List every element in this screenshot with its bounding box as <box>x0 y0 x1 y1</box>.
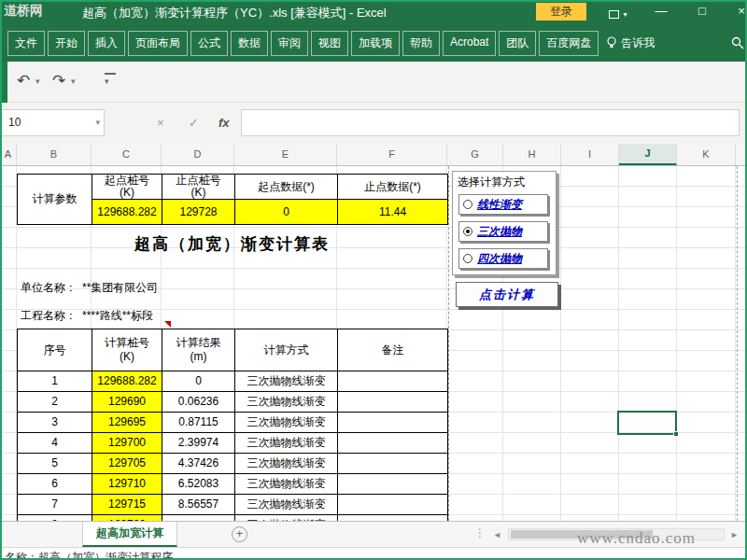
cell-c-result[interactable]: 6.52083 <box>162 474 235 495</box>
radio-option-quartic-parabola[interactable]: 四次抛物 <box>458 248 548 269</box>
cell-c-stake[interactable]: 129710 <box>92 474 162 495</box>
column-header-D[interactable]: D <box>162 144 234 165</box>
grid-area[interactable]: 计算参数 起点桩号 (K) 止点桩号 (K) 起点数据(*) 止点数据(*) 1… <box>0 166 745 521</box>
cell-c-note[interactable] <box>338 413 448 433</box>
tab-splitter-handle[interactable]: ⋮ <box>474 526 486 539</box>
column-header-G[interactable]: G <box>447 144 503 165</box>
cell-c-seq[interactable]: 3 <box>18 413 92 433</box>
cell-c-result[interactable]: 0.87115 <box>162 413 235 433</box>
cell-c-stake[interactable]: 129690 <box>92 392 162 413</box>
param-header-start-stake[interactable]: 起点桩号 (K) <box>92 175 162 200</box>
redo-dropdown-icon[interactable]: ▾ <box>71 77 76 86</box>
customize-qat-icon[interactable]: ▾ <box>105 73 116 86</box>
header-seq[interactable]: 序号 <box>18 329 92 371</box>
cell-c-note[interactable] <box>338 433 448 454</box>
column-header-C[interactable]: C <box>92 144 162 165</box>
cell-c-seq[interactable]: 1 <box>18 371 92 392</box>
cell-c-note[interactable] <box>338 454 448 474</box>
ribbon-tab-data[interactable]: 数据 <box>231 31 268 56</box>
cell-c-stake[interactable]: 129700 <box>92 433 162 454</box>
header-note[interactable]: 备注 <box>338 329 448 371</box>
hscroll-left-arrow[interactable]: ◄ <box>493 530 501 539</box>
cell-c-seq[interactable]: 8 <box>18 515 92 522</box>
radio-option-linear[interactable]: 线性渐变 <box>458 194 548 215</box>
project-name-line[interactable]: 工程名称：****路线**标段 <box>21 308 153 324</box>
param-header-end-stake[interactable]: 止点桩号 (K) <box>162 175 235 200</box>
param-value-start-stake[interactable]: 129688.282 <box>92 200 162 225</box>
tell-me-box[interactable]: 告诉我 <box>606 35 655 51</box>
column-header-K[interactable]: K <box>677 144 736 165</box>
column-header-I[interactable]: I <box>561 144 619 165</box>
ribbon-tab-review[interactable]: 审阅 <box>271 31 308 56</box>
cell-c-seq[interactable]: 2 <box>18 392 92 413</box>
ribbon-tab-help[interactable]: 帮助 <box>402 31 440 56</box>
cell-c-result[interactable]: 0.06236 <box>162 392 235 413</box>
cell-c-note[interactable] <box>338 474 448 495</box>
ribbon-tab-view[interactable]: 视图 <box>311 31 348 56</box>
param-table-label[interactable]: 计算参数 <box>18 175 92 225</box>
worksheet-title[interactable]: 超高（加宽）渐变计算表 <box>17 233 447 255</box>
header-result[interactable]: 计算结果 (m) <box>162 329 235 371</box>
ribbon-tab-acrobat[interactable]: Acrobat <box>443 31 496 56</box>
cell-c-stake[interactable]: 129715 <box>92 495 162 515</box>
cell-c-note[interactable] <box>338 371 448 392</box>
maximize-button[interactable]: □ <box>693 4 712 18</box>
cell-c-seq[interactable]: 7 <box>18 495 92 515</box>
column-header-F[interactable]: F <box>337 144 447 165</box>
undo-icon[interactable]: ↶ <box>17 71 30 91</box>
minimize-button[interactable]: — <box>652 4 670 18</box>
sheet-tab-active[interactable]: 超高加宽计算 <box>82 522 177 547</box>
ribbon-tab-file[interactable]: 文件 <box>7 31 45 56</box>
param-value-end[interactable]: 11.44 <box>338 200 448 225</box>
cell-c-method[interactable]: 三次抛物线渐变 <box>235 413 338 433</box>
column-header-J[interactable]: J <box>619 144 677 165</box>
cell-c-seq[interactable]: 4 <box>18 433 92 454</box>
ribbon-tab-insert[interactable]: 插入 <box>88 31 125 56</box>
param-header-start-value[interactable]: 起点数据(*) <box>235 175 338 200</box>
cell-c-note[interactable] <box>338 495 448 515</box>
cell-c-method[interactable]: 三次抛物线渐变 <box>235 495 338 515</box>
ribbon-tab-baidu-netdisk[interactable]: 百度网盘 <box>539 31 599 56</box>
cancel-icon[interactable]: × <box>157 116 164 130</box>
cell-c-stake[interactable]: 129705 <box>92 454 162 474</box>
ribbon-tab-add-ins[interactable]: 加载项 <box>351 31 400 56</box>
ribbon-tab-page-layout[interactable]: 页面布局 <box>128 31 188 56</box>
cell-c-seq[interactable]: 5 <box>18 454 92 474</box>
cell-c-result[interactable]: 4.37426 <box>162 454 235 474</box>
selected-cell[interactable] <box>617 411 677 435</box>
formula-input[interactable] <box>241 109 740 136</box>
cell-c-result[interactable]: 0 <box>162 371 235 392</box>
enter-icon[interactable]: ✓ <box>189 116 199 130</box>
unit-name-line[interactable]: 单位名称：**集团有限公司 <box>21 280 158 296</box>
cell-c-method[interactable]: 三次抛物线渐变 <box>235 433 338 454</box>
cell-c-note[interactable] <box>338 392 448 413</box>
cell-c-method[interactable]: 三次抛物线渐变 <box>235 371 338 392</box>
column-header-B[interactable]: B <box>17 144 92 165</box>
cell-c-method[interactable]: 三次抛物线渐变 <box>235 454 338 474</box>
cell-c-note[interactable] <box>338 515 448 522</box>
cell-c-result[interactable] <box>162 515 235 522</box>
insert-function-icon[interactable]: fx <box>218 116 230 130</box>
param-header-end-value[interactable]: 止点数据(*) <box>338 175 448 200</box>
fill-handle[interactable] <box>673 431 679 437</box>
redo-icon[interactable]: ↷ <box>52 71 65 91</box>
cell-c-method[interactable]: 三次抛物线渐变 <box>235 392 338 413</box>
ribbon-tab-team[interactable]: 团队 <box>499 31 536 56</box>
ribbon-display-options-icon[interactable]: ▾ <box>609 6 627 22</box>
cell-c-result[interactable]: 2.39974 <box>162 433 235 454</box>
cell-c-method[interactable]: 三次抛物线渐变 <box>235 515 338 522</box>
name-box[interactable]: 10 ▾ <box>0 109 105 136</box>
cell-c-stake[interactable]: 129695 <box>92 413 162 433</box>
column-header-E[interactable]: E <box>234 144 337 165</box>
param-value-end-stake[interactable]: 129728 <box>162 200 235 225</box>
close-button[interactable]: × <box>732 4 747 18</box>
ribbon-tab-home[interactable]: 开始 <box>48 31 85 56</box>
param-value-start[interactable]: 0 <box>235 200 338 225</box>
cell-c-stake[interactable]: 129720 <box>92 515 162 522</box>
radio-option-cubic-parabola[interactable]: 三次抛物 <box>458 221 548 242</box>
autosave-toggle[interactable] <box>0 62 7 103</box>
login-button[interactable]: 登录 <box>536 3 586 21</box>
search-icon[interactable] <box>731 36 744 53</box>
cell-c-stake[interactable]: 129688.282 <box>92 371 162 392</box>
undo-dropdown-icon[interactable]: ▾ <box>35 77 40 86</box>
